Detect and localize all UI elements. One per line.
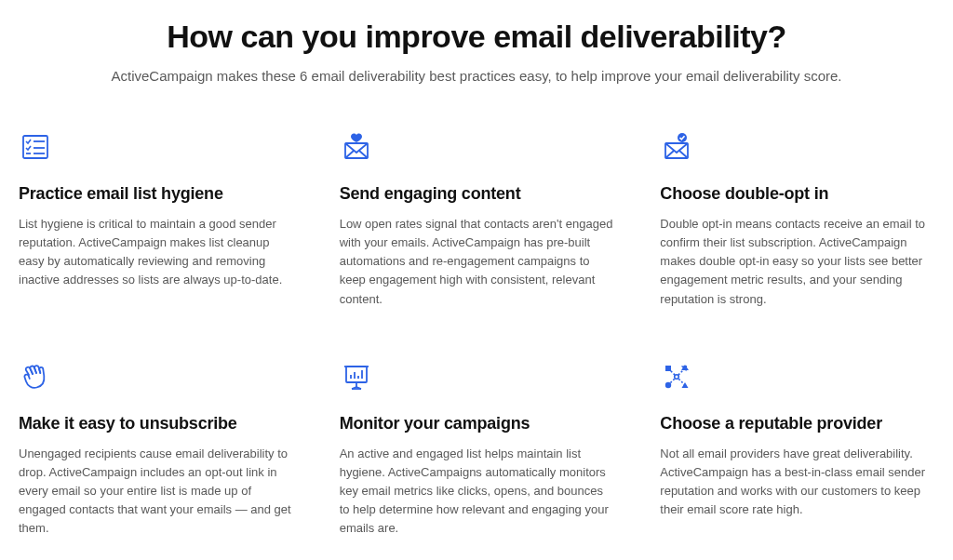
feature-body: List hygiene is critical to maintain a g… (19, 215, 293, 290)
heart-envelope-icon (340, 130, 373, 164)
feature-title: Choose a reputable provider (660, 414, 934, 433)
feature-title: Monitor your campaigns (340, 414, 614, 433)
svg-line-11 (679, 151, 688, 158)
feature-title: Send engaging content (340, 184, 614, 204)
feature-body: Low open rates signal that contacts aren… (340, 215, 614, 309)
svg-rect-0 (23, 136, 47, 158)
feature-title: Practice email list hygiene (19, 184, 293, 204)
feature-card: Practice email list hygiene List hygiene… (19, 130, 293, 309)
page-subtitle: ActiveCampaign makes these 6 email deliv… (9, 68, 944, 84)
page-title: How can you improve email deliverability… (9, 19, 944, 55)
feature-title: Choose double-opt in (660, 184, 934, 204)
svg-marker-28 (682, 382, 689, 388)
nodes-shapes-icon (660, 360, 693, 393)
feature-body: Unengaged recipients cause email deliver… (19, 445, 293, 539)
checklist-icon (19, 130, 52, 164)
presentation-chart-icon (340, 360, 373, 393)
feature-card: Monitor your campaigns An active and eng… (340, 360, 614, 539)
feature-body: An active and engaged list helps maintai… (340, 445, 614, 539)
feature-card: Choose a reputable provider Not all emai… (660, 360, 934, 539)
feature-body: Double opt-in means contacts receive an … (660, 215, 934, 309)
svg-line-10 (665, 151, 674, 158)
feature-body: Not all email providers have great deliv… (660, 445, 934, 520)
svg-line-6 (345, 151, 354, 158)
page-header: How can you improve email deliverability… (9, 19, 944, 84)
svg-rect-12 (346, 367, 367, 382)
feature-title: Make it easy to unsubscribe (19, 414, 293, 433)
wave-hand-icon (19, 360, 52, 393)
svg-rect-24 (665, 366, 671, 371)
svg-point-27 (665, 382, 671, 388)
features-grid: Practice email list hygiene List hygiene… (9, 130, 944, 538)
svg-line-7 (359, 151, 368, 158)
feature-card: Choose double-opt in Double opt-in means… (660, 130, 934, 309)
feature-card: Make it easy to unsubscribe Unengaged re… (19, 360, 293, 539)
feature-card: Send engaging content Low open rates sig… (340, 130, 614, 309)
svg-point-29 (675, 374, 679, 379)
check-envelope-icon (660, 130, 693, 164)
